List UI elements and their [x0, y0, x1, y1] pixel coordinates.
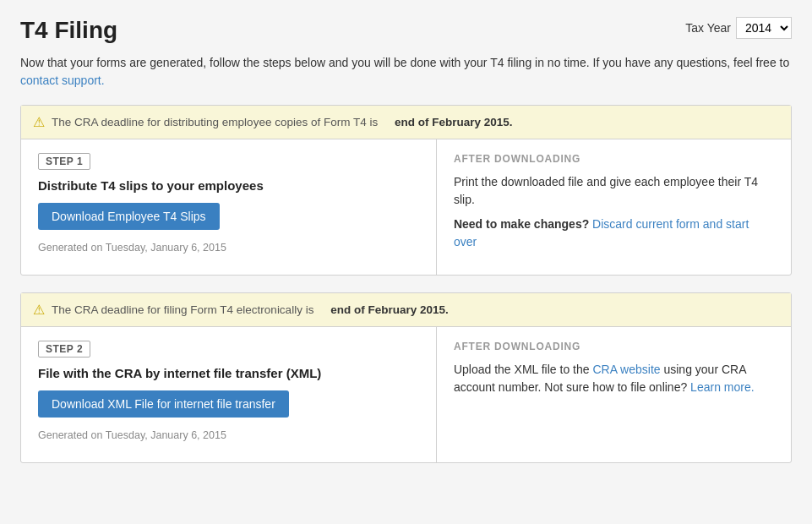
step1-after-label: AFTER DOWNLOADING: [454, 153, 774, 165]
intro-text: Now that your forms are generated, follo…: [20, 56, 789, 69]
step2-after-text: Upload the XML file to the CRA website u…: [454, 361, 774, 396]
step1-generated: Generated on Tuesday, January 6, 2015: [38, 242, 419, 254]
page-header: T4 Filing Tax Year 2012 2013 2014 2015: [20, 17, 792, 44]
step1-card: ⚠ The CRA deadline for distributing empl…: [20, 105, 792, 276]
intro-paragraph: Now that your forms are generated, follo…: [20, 54, 792, 90]
step1-warning-text: The CRA deadline for distributing employ…: [52, 116, 378, 128]
step1-warning-banner: ⚠ The CRA deadline for distributing empl…: [21, 106, 791, 139]
step1-body: STEP 1 Distribute T4 slips to your emplo…: [21, 139, 791, 275]
step2-warning-banner: ⚠ The CRA deadline for filing Form T4 el…: [21, 293, 791, 327]
need-changes-label: Need to make changes?: [454, 217, 589, 231]
step2-warning-bold: end of February 2015.: [330, 303, 449, 316]
step1-left: STEP 1 Distribute T4 slips to your emplo…: [21, 139, 437, 275]
step1-right: AFTER DOWNLOADING Print the downloaded f…: [437, 139, 791, 275]
step2-badge: STEP 2: [38, 341, 90, 358]
cra-website-link[interactable]: CRA website: [592, 363, 660, 376]
contact-support-link[interactable]: contact support.: [20, 74, 105, 87]
step2-warning-text: The CRA deadline for filing Form T4 elec…: [52, 303, 313, 316]
step1-need-changes: Need to make changes? Discard current fo…: [454, 216, 774, 251]
step1-heading: Distribute T4 slips to your employees: [38, 178, 419, 193]
step2-card: ⚠ The CRA deadline for filing Form T4 el…: [20, 292, 792, 463]
step1-badge: STEP 1: [38, 153, 90, 170]
warning-icon-2: ⚠: [33, 302, 45, 318]
step2-right: AFTER DOWNLOADING Upload the XML file to…: [437, 327, 791, 462]
tax-year-wrapper: Tax Year 2012 2013 2014 2015: [685, 17, 792, 39]
step2-left: STEP 2 File with the CRA by internet fil…: [21, 327, 437, 462]
page-title: T4 Filing: [20, 17, 117, 44]
step2-after-label: AFTER DOWNLOADING: [454, 341, 774, 352]
step2-after-text1: Upload the XML file to the: [454, 363, 590, 376]
warning-icon: ⚠: [33, 114, 45, 130]
step2-heading: File with the CRA by internet file trans…: [38, 366, 419, 380]
step1-warning-bold: end of February 2015.: [395, 116, 513, 128]
download-employee-t4-button[interactable]: Download Employee T4 Slips: [38, 203, 220, 230]
tax-year-label: Tax Year: [685, 21, 731, 35]
step1-after-text: Print the downloaded file and give each …: [454, 173, 774, 209]
learn-more-link[interactable]: Learn more.: [690, 380, 754, 394]
step2-body: STEP 2 File with the CRA by internet fil…: [21, 327, 791, 462]
step2-generated: Generated on Tuesday, January 6, 2015: [38, 429, 419, 441]
download-xml-button[interactable]: Download XML File for internet file tran…: [38, 390, 289, 418]
tax-year-select[interactable]: 2012 2013 2014 2015: [736, 17, 792, 39]
